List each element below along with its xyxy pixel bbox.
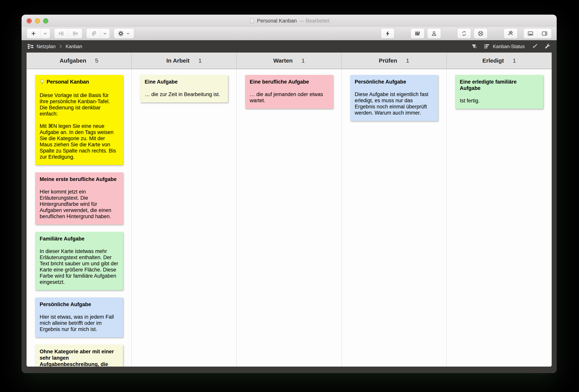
- column-body: Personal KanbanDiese Vorlage ist die Bas…: [27, 69, 132, 367]
- card-title: Eine Aufgabe: [145, 79, 223, 85]
- column-title: Erledigt: [482, 57, 504, 64]
- kanban-card[interactable]: Meine erste berufliche AufgabeHIer kommt…: [35, 172, 123, 225]
- card-text: … die auf jemanden oder etwas wartet.: [250, 91, 328, 104]
- minimize-button[interactable]: [35, 18, 40, 23]
- breadcrumb: Netzplan Kanban: [27, 43, 82, 50]
- column-header[interactable]: Erledigt1: [446, 53, 552, 69]
- column-header[interactable]: Prüfen1: [342, 53, 447, 69]
- kanban-card[interactable]: Eine Aufgabe… die zur Zeit in Bearbeitun…: [140, 75, 228, 102]
- outdent-button[interactable]: [68, 28, 82, 39]
- chevron-down-icon: [43, 31, 47, 36]
- card-title: Eine erledigte familiäre Aufgabe: [460, 79, 539, 91]
- attachment-options-button[interactable]: [100, 28, 110, 39]
- kanban-card[interactable]: Eine berufliche Aufgabe… die auf jemande…: [245, 75, 333, 109]
- people-button-wrap: [427, 28, 441, 39]
- card-title: Personal Kanban: [40, 79, 118, 86]
- card-text: … die zur Zeit in Bearbeitung ist.: [145, 91, 223, 97]
- breadcrumb-current[interactable]: Kanban: [66, 44, 82, 49]
- plus-icon: [31, 31, 36, 36]
- kanban-card[interactable]: Ohne Kategorie aber mit einer sehr lange…: [35, 345, 123, 367]
- column-title: Warten: [273, 57, 293, 64]
- document-title: Personal Kanban: [257, 18, 297, 24]
- indent-button[interactable]: [54, 28, 68, 39]
- column-body: Persönliche AufgabeDiese Aufgabe ist eig…: [342, 69, 447, 367]
- sync-button[interactable]: [457, 28, 471, 39]
- column-body: Eine Aufgabe… die zur Zeit in Bearbeitun…: [132, 69, 237, 367]
- quick-entry-button-wrap: [381, 28, 394, 39]
- lightning-icon: [385, 31, 390, 36]
- zoom-button[interactable]: [43, 18, 48, 23]
- books-icon: [415, 31, 420, 36]
- window-title: Personal Kanban — Bearbeitet: [249, 18, 330, 24]
- breadcrumb-separator: [58, 44, 63, 49]
- attachment-button[interactable]: [86, 28, 100, 39]
- card-text: Hier ist etwas, was in jedem Fall mich a…: [40, 314, 118, 332]
- kanban-card[interactable]: Familiäre AufgabeIn dieser Karte istetwa…: [35, 232, 123, 290]
- chevron-right-icon: [58, 44, 63, 49]
- add-button[interactable]: [27, 28, 40, 39]
- card-title: Familiäre Aufgabe: [40, 236, 118, 242]
- board-columns: Personal KanbanDiese Vorlage ist die Bas…: [27, 69, 552, 367]
- network-globe-icon: [478, 31, 484, 36]
- kanban-card[interactable]: Eine erledigte familiäre AufgabeIst fert…: [455, 75, 543, 109]
- kanban-board: Aufgaben5In Arbeit1Warten1Prüfen1Erledig…: [27, 53, 552, 367]
- share-button-wrap: [474, 28, 488, 39]
- chevron-down-icon: [103, 31, 107, 36]
- column-title: In Arbeit: [166, 57, 190, 64]
- panel-bottom-icon: [527, 31, 534, 36]
- document-icon: [249, 18, 255, 24]
- column-title: Aufgaben: [60, 57, 86, 64]
- paintbrush-icon: [531, 43, 538, 50]
- column-count: 1: [199, 57, 202, 64]
- add-options-button[interactable]: [40, 28, 50, 39]
- lightbulb-icon: [40, 79, 45, 84]
- share-button[interactable]: [474, 28, 487, 39]
- card-text: Diese Aufgabe ist eigentlich fast erledi…: [355, 91, 434, 116]
- breadcrumb-root[interactable]: Netzplan: [37, 44, 56, 49]
- card-text: Ist fertig.: [460, 98, 539, 104]
- board-frame: Aufgaben5In Arbeit1Warten1Prüfen1Erledig…: [22, 53, 557, 373]
- kanban-card[interactable]: Personal KanbanDiese Vorlage ist die Bas…: [35, 75, 123, 165]
- inspector-tools-button-wrap: [504, 28, 518, 39]
- tools-button[interactable]: [504, 28, 517, 39]
- sync-icon: [461, 31, 467, 36]
- outdent-icon: [72, 31, 78, 36]
- card-title: Persönliche Aufgabe: [355, 79, 434, 85]
- grouping-selector[interactable]: Kanban-Status: [484, 43, 525, 50]
- column-count: 1: [406, 57, 409, 64]
- column-count: 5: [95, 57, 98, 64]
- settings-button[interactable]: [544, 43, 551, 50]
- grouping-label: Kanban-Status: [493, 44, 525, 49]
- column-header[interactable]: In Arbeit1: [132, 53, 237, 69]
- toolbar: [22, 27, 557, 40]
- action-menu-button[interactable]: [114, 28, 134, 39]
- close-button[interactable]: [27, 18, 32, 23]
- kanban-card[interactable]: Persönliche AufgabeDiese Aufgabe ist eig…: [350, 75, 438, 121]
- column-body: Eine erledigte familiäre AufgabeIst fert…: [446, 69, 552, 367]
- toggle-right-panel-button[interactable]: [537, 28, 552, 39]
- kanban-card[interactable]: Persönliche AufgabeHier ist etwas, was i…: [35, 298, 123, 337]
- funnel-icon: [471, 43, 477, 50]
- people-button[interactable]: [427, 28, 441, 39]
- edited-badge: — Bearbeitet: [299, 18, 330, 24]
- toggle-bottom-panel-button[interactable]: [523, 28, 537, 39]
- title-bar: Personal Kanban — Bearbeitet: [22, 15, 557, 27]
- person-icon: [431, 31, 437, 36]
- traffic-lights: [27, 15, 48, 27]
- panel-toggle-group: [523, 28, 552, 39]
- style-button[interactable]: [531, 43, 538, 50]
- library-button[interactable]: [411, 28, 424, 39]
- column-header[interactable]: Aufgaben5: [27, 53, 132, 69]
- add-button-group: [27, 28, 50, 39]
- quick-entry-button[interactable]: [381, 28, 394, 39]
- column-header[interactable]: Warten1: [237, 53, 342, 69]
- sync-button-wrap: [457, 28, 471, 39]
- board-header-row: Aufgaben5In Arbeit1Warten1Prüfen1Erledig…: [27, 53, 552, 69]
- filter-button[interactable]: [471, 43, 477, 50]
- wrench-icon: [544, 43, 551, 50]
- lightbulb-icon-wrap: [40, 79, 45, 86]
- column-title: Prüfen: [379, 57, 397, 64]
- library-button-wrap: [411, 28, 425, 39]
- card-text: In dieser Karte istetwas mehr Erläuterun…: [40, 248, 118, 285]
- column-count: 1: [513, 57, 516, 64]
